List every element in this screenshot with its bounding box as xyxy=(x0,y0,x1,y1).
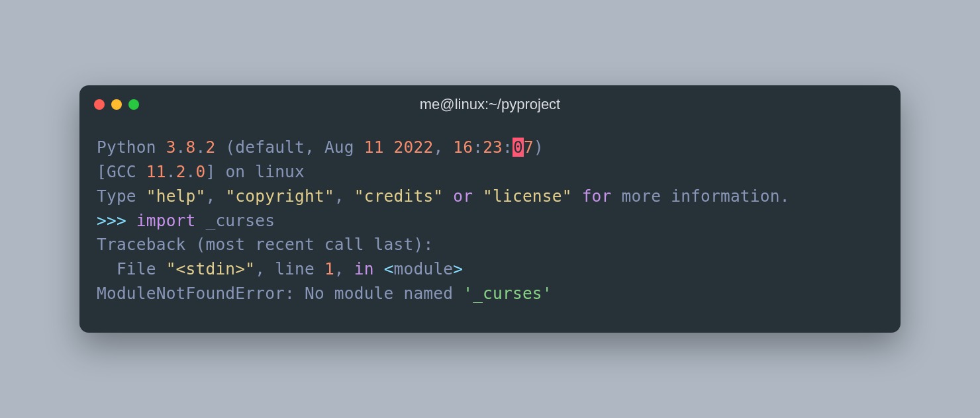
terminal-body[interactable]: Python 3.8.2 (default, Aug 11 2022, 16:2… xyxy=(79,124,901,332)
line-traceback: Traceback (most recent call last): xyxy=(97,235,433,254)
line-gcc: [GCC 11.2.0] on linux xyxy=(97,162,305,181)
close-icon[interactable] xyxy=(94,99,105,110)
line-error: ModuleNotFoundError: No module named '_c… xyxy=(97,284,552,303)
minimize-icon[interactable] xyxy=(111,99,122,110)
traffic-lights xyxy=(94,99,139,110)
maximize-icon[interactable] xyxy=(128,99,139,110)
titlebar: me@linux:~/pyproject xyxy=(79,85,901,124)
terminal-window: me@linux:~/pyproject Python 3.8.2 (defau… xyxy=(79,85,901,332)
cursor-block: 0 xyxy=(513,138,524,157)
line-file-stdin: File "<stdin>", line 1, in <module> xyxy=(97,259,463,278)
line-prompt-import: >>> import _curses xyxy=(97,211,275,230)
window-title: me@linux:~/pyproject xyxy=(420,96,560,113)
line-type-help: Type "help", "copyright", "credits" or "… xyxy=(97,187,790,206)
line-python-version: Python 3.8.2 (default, Aug 11 2022, 16:2… xyxy=(97,138,544,157)
